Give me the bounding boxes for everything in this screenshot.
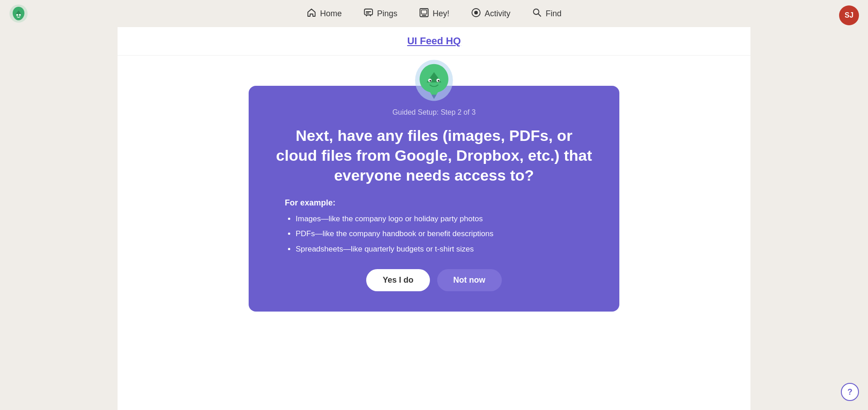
examples-label: For example: <box>285 198 592 208</box>
nav-activity-label: Activity <box>485 9 510 19</box>
nav-find-label: Find <box>546 9 561 19</box>
guided-setup-modal: Guided Setup: Step 2 of 3 Next, have any… <box>249 86 619 312</box>
home-icon <box>307 8 316 20</box>
main-question: Next, have any files (images, PDFs, or c… <box>276 126 592 186</box>
example-item-2: PDFs—like the company handbook or benefi… <box>296 228 592 240</box>
main-content-panel: UI Feed HQ Guided Setup: Step 2 of 3 Nex… <box>118 27 750 410</box>
svg-point-8 <box>533 9 539 14</box>
nav-pings-label: Pings <box>377 9 397 19</box>
nav-hey[interactable]: Hey! <box>419 8 449 20</box>
nav-pings[interactable]: Pings <box>363 8 397 20</box>
nav-hey-label: Hey! <box>433 9 449 19</box>
help-button[interactable]: ? <box>841 383 859 401</box>
svg-point-2 <box>19 14 21 16</box>
help-icon: ? <box>848 387 853 397</box>
button-row: Yes I do Not now <box>276 269 592 291</box>
find-icon <box>532 8 542 20</box>
pings-icon <box>363 8 373 20</box>
example-item-1: Images—like the company logo or holiday … <box>296 213 592 225</box>
activity-icon <box>471 8 481 20</box>
nav-find[interactable]: Find <box>532 8 561 20</box>
svg-point-13 <box>438 80 439 82</box>
step-label: Guided Setup: Step 2 of 3 <box>276 108 592 116</box>
top-navigation: Home Pings Hey! <box>0 0 868 27</box>
nav-home-label: Home <box>320 9 342 19</box>
user-avatar[interactable]: SJ <box>839 5 859 25</box>
nav-home[interactable]: Home <box>307 8 342 20</box>
feed-header: UI Feed HQ <box>118 27 750 56</box>
svg-point-7 <box>474 11 478 14</box>
user-initials: SJ <box>844 11 854 19</box>
mascot-container <box>411 58 457 103</box>
nav-activity[interactable]: Activity <box>471 8 510 20</box>
hey-icon <box>419 8 429 20</box>
mascot-illustration <box>411 58 457 103</box>
app-logo <box>9 4 28 25</box>
example-item-3: Spreadsheets—like quarterly budgets or t… <box>296 243 592 255</box>
svg-point-12 <box>429 80 431 82</box>
examples-section: For example: Images—like the company log… <box>276 198 592 255</box>
not-now-button[interactable]: Not now <box>437 269 502 291</box>
feed-link[interactable]: UI Feed HQ <box>407 35 461 47</box>
svg-rect-5 <box>421 10 427 14</box>
examples-list: Images—like the company logo or holiday … <box>285 213 592 255</box>
svg-point-1 <box>16 14 18 16</box>
yes-i-do-button[interactable]: Yes I do <box>366 269 429 291</box>
